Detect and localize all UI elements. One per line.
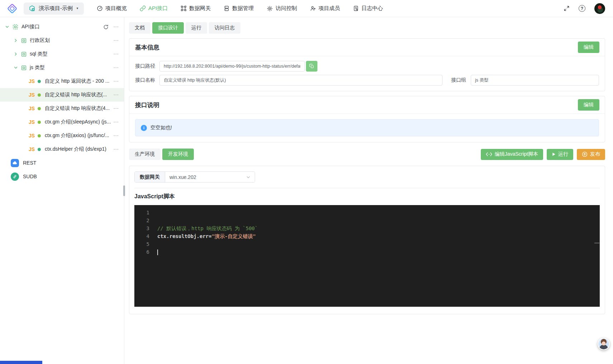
sidebar-group-js-type[interactable]: js 类型 ⋯ — [0, 61, 124, 74]
assistant-floating-avatar[interactable] — [598, 338, 610, 350]
nav-item-project-overview[interactable]: 项目概览 — [97, 5, 127, 12]
gateway-label: 数据网关 — [135, 172, 165, 182]
more-actions-icon[interactable]: ⋯ — [113, 37, 119, 44]
run-button[interactable]: 运行 — [547, 149, 573, 160]
chevron-down-icon: ▼ — [76, 7, 79, 10]
edit-description-button[interactable]: 编辑 — [578, 99, 599, 111]
environment-tabs: 生产环境 开发环境 — [129, 149, 194, 160]
code-line: 1 — [134, 209, 600, 217]
more-actions-icon[interactable]: ⋯ — [113, 64, 119, 71]
api-group-input[interactable] — [471, 75, 599, 86]
code-line: 4ctx.resultObj.err="演示-自定义错误" — [134, 232, 600, 240]
api-root-icon — [13, 24, 18, 30]
nav-item-log-center[interactable]: 日志中心 — [353, 5, 383, 12]
gauge-icon — [97, 5, 103, 11]
topbar-actions: ? — [564, 3, 605, 14]
code-line: 6 — [134, 248, 600, 256]
detail-tabs: 文档 接口设计 运行 访问日志 — [129, 22, 605, 34]
editor-cursor — [157, 249, 158, 255]
sidebar-api-item[interactable]: JS 自定义错误 http 响应状态(4... ⋯ — [0, 102, 124, 115]
more-actions-icon[interactable]: ⋯ — [113, 51, 119, 57]
edit-javascript-button[interactable]: 编辑JavaScript脚本 — [481, 149, 543, 160]
status-dot — [38, 148, 41, 151]
fullscreen-button[interactable] — [564, 5, 570, 11]
more-actions-icon[interactable]: ⋯ — [113, 24, 119, 30]
empty-description-text: 空空如也! — [150, 125, 172, 131]
tree-root-label: API接口 — [21, 24, 40, 30]
nav-item-data-gateway[interactable]: 数据网关 — [181, 5, 211, 12]
sidebar-item-api-root[interactable]: API接口 ⋯ — [0, 20, 124, 34]
upload-cloud-icon — [582, 151, 588, 157]
more-actions-icon[interactable]: ⋯ — [113, 119, 119, 125]
environment-row: 生产环境 开发环境 编辑JavaScript脚本 运行 — [129, 149, 605, 160]
tab-access-log[interactable]: 访问日志 — [209, 22, 240, 34]
edit-basic-info-button[interactable]: 编辑 — [578, 42, 599, 53]
log-document-icon — [353, 5, 359, 11]
help-button[interactable]: ? — [579, 5, 585, 12]
gear-icon — [267, 5, 273, 12]
more-actions-icon[interactable]: ⋯ — [113, 92, 119, 98]
status-dot — [38, 107, 41, 110]
top-navigation: 项目概览 API接口 数据网关 数据管理 — [97, 5, 383, 12]
chevron-right-icon — [14, 52, 18, 56]
status-dot — [38, 93, 41, 97]
nav-item-project-members[interactable]: 项目成员 — [310, 5, 340, 12]
tab-development-env[interactable]: 开发环境 — [162, 149, 194, 160]
tab-production-env[interactable]: 生产环境 — [129, 149, 161, 160]
chevron-down-icon — [14, 65, 18, 70]
play-icon — [552, 152, 556, 156]
chevron-right-icon — [14, 38, 18, 43]
sidebar-horizontal-scrollbar-thumb[interactable] — [0, 361, 42, 364]
api-description-card: 接口说明 编辑 i 空空如也! — [129, 96, 605, 142]
js-badge: JS — [29, 92, 38, 98]
tab-docs[interactable]: 文档 — [129, 22, 150, 34]
js-badge: JS — [29, 106, 38, 111]
info-icon: i — [141, 125, 147, 131]
sidebar-api-item[interactable]: JS ctx.gm 介绍(sleepAsync) (js... ⋯ — [0, 115, 124, 129]
sidebar-resize-handle[interactable] — [123, 185, 125, 196]
js-badge: JS — [29, 146, 38, 152]
nav-item-api[interactable]: API接口 — [140, 5, 168, 12]
nav-item-data-management[interactable]: 数据管理 — [224, 5, 254, 12]
more-actions-icon[interactable]: ⋯ — [113, 146, 119, 152]
sidebar-group-admin-region[interactable]: 行政区划 ⋯ — [0, 34, 124, 47]
refresh-icon[interactable] — [103, 24, 109, 30]
add-member-icon — [310, 5, 316, 11]
sidebar-api-item[interactable]: JS 自定义 http 返回状态 - 200 ... ⋯ — [0, 74, 124, 88]
help-icon: ? — [579, 5, 585, 12]
sidebar-api-item[interactable]: JS ctx.dsHelper 介绍 (ds/exp1) ⋯ — [0, 142, 124, 156]
api-name-label: 接口名称 — [135, 77, 156, 83]
code-line: 2 — [134, 217, 600, 224]
more-actions-icon[interactable]: ⋯ — [113, 132, 119, 139]
sidebar-api-item[interactable]: JS ctx.gm 介绍(axios) (js/func/... ⋯ — [0, 129, 124, 142]
project-selector[interactable]: P 演示项目-示例 ▼ — [24, 3, 84, 15]
gateway-bounding-box-icon — [181, 5, 187, 11]
gateway-select[interactable]: win.xue.202 — [165, 172, 255, 182]
sidebar-group-sql-type[interactable]: sql 类型 ⋯ — [0, 47, 124, 61]
link-icon — [140, 5, 146, 11]
api-name-input[interactable] — [159, 75, 442, 86]
code-editor[interactable]: 1 2 3// 默认错误，http 响应状态码 为 `500` 4ctx.res… — [134, 205, 600, 307]
more-actions-icon[interactable]: ⋯ — [113, 105, 119, 112]
more-actions-icon[interactable]: ⋯ — [113, 78, 119, 84]
main-content: 文档 接口设计 运行 访问日志 基本信息 编辑 接口路径 — [124, 17, 613, 364]
app-logo[interactable] — [6, 2, 19, 15]
nav-item-access-control[interactable]: 访问控制 — [267, 5, 297, 12]
fullscreen-icon — [564, 5, 570, 11]
copy-path-button[interactable] — [306, 61, 317, 72]
sidebar-item-rest[interactable]: REST — [0, 156, 124, 170]
api-path-input[interactable] — [159, 61, 305, 72]
publish-button[interactable]: 发布 — [577, 149, 605, 160]
api-group-icon — [21, 52, 27, 57]
project-cube-icon: P — [29, 5, 35, 12]
sidebar-api-item-selected[interactable]: JS 自定义错误 http 响应状态(... ⋯ — [0, 88, 124, 102]
editor-overview-ruler-mark — [594, 243, 599, 243]
svg-text:P: P — [33, 9, 34, 11]
status-dot — [38, 80, 41, 83]
sidebar-item-sudb[interactable]: SUDB — [0, 170, 124, 183]
user-avatar[interactable] — [594, 3, 605, 14]
tab-run[interactable]: 运行 — [186, 22, 207, 34]
script-heading: JavaScript脚本 — [134, 193, 600, 200]
divider — [134, 188, 600, 188]
tab-api-design[interactable]: 接口设计 — [152, 22, 184, 34]
